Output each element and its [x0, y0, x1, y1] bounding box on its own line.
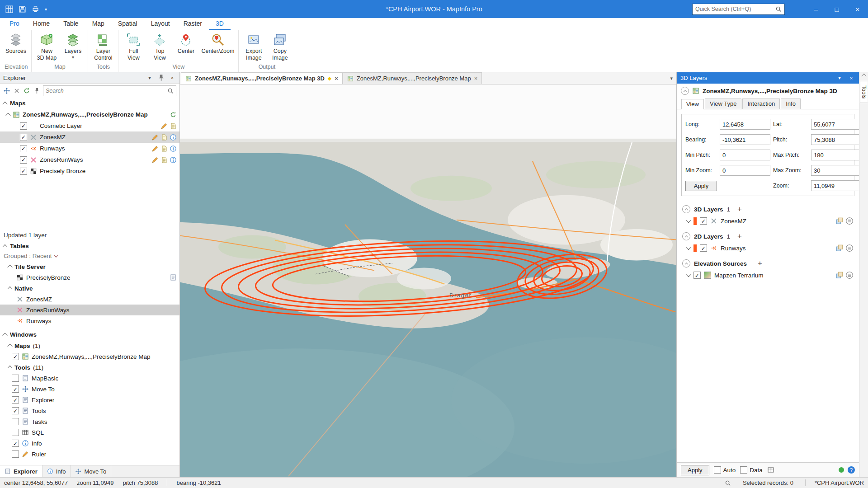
tab-view[interactable]: View: [681, 99, 704, 109]
ribbon-tab-spatial[interactable]: Spatial: [111, 18, 144, 30]
tool-row-tasks[interactable]: Tasks: [0, 416, 179, 427]
close-tab-icon[interactable]: ×: [335, 75, 338, 82]
tool-checkbox[interactable]: [12, 407, 19, 414]
close-tab-icon[interactable]: ×: [474, 75, 478, 82]
document-tab-2d[interactable]: ZonesMZ,Runways,...,PreciselyBronze Map …: [343, 72, 482, 84]
tool-checkbox[interactable]: [12, 396, 19, 404]
layer-style-icon[interactable]: [160, 145, 168, 152]
edit-layer-icon[interactable]: [151, 156, 159, 164]
layer-row-runways[interactable]: Runways: [0, 143, 179, 154]
table-row-runways[interactable]: Runways: [0, 315, 179, 326]
tool-row-tools[interactable]: Tools: [0, 405, 179, 416]
pin-tool-icon[interactable]: [33, 87, 40, 94]
min-pitch-field[interactable]: [720, 150, 770, 160]
panel-close-icon[interactable]: ×: [847, 74, 855, 82]
tools-side-tab[interactable]: Tools: [860, 81, 868, 103]
elevation-sources-section-header[interactable]: Elevation Sources +: [677, 255, 859, 268]
ribbon-tab-map[interactable]: Map: [85, 18, 111, 30]
print-icon[interactable]: [32, 5, 39, 13]
layer-style-icon[interactable]: [170, 122, 177, 130]
bottom-tab-info[interactable]: Info: [42, 465, 71, 477]
close-table-icon[interactable]: [13, 87, 20, 94]
windows-group-tools[interactable]: Tools (11): [0, 362, 179, 373]
layer-info-icon[interactable]: [170, 134, 177, 141]
tool-checkbox[interactable]: [12, 418, 19, 425]
tool-row-sql[interactable]: SQL: [0, 427, 179, 438]
tab-view-type[interactable]: View Type: [705, 99, 742, 109]
tab-interaction[interactable]: Interaction: [742, 99, 780, 109]
panel-menu-icon[interactable]: ▾: [835, 74, 844, 82]
data-table-icon[interactable]: [767, 466, 774, 474]
bottom-tab-explorer[interactable]: Explorer: [0, 465, 42, 477]
edit-layer-icon[interactable]: [151, 134, 159, 141]
windows-group-maps[interactable]: Maps (1): [0, 340, 179, 351]
pin-icon[interactable]: [157, 74, 165, 82]
apply-view-button[interactable]: Apply: [685, 181, 717, 191]
status-center[interactable]: center 12,6458, 55,6077: [4, 479, 68, 486]
auto-checkbox-label[interactable]: Auto: [714, 466, 736, 474]
layer-visibility-checkbox[interactable]: [20, 156, 27, 164]
save-icon[interactable]: [19, 5, 26, 13]
maximize-button[interactable]: □: [826, 0, 847, 18]
full-view-button[interactable]: FullView: [120, 32, 146, 62]
refresh-map-icon[interactable]: [170, 111, 177, 118]
search-icon[interactable]: [775, 6, 782, 12]
document-tab-3d[interactable]: ZonesMZ,Runways,...,PreciselyBronze Map …: [181, 72, 343, 84]
expand-icon[interactable]: [686, 272, 691, 277]
layer-visibility-checkbox[interactable]: [20, 134, 27, 141]
add-source-icon[interactable]: +: [758, 260, 762, 267]
layer-color-swatch[interactable]: [693, 244, 697, 252]
server-icon[interactable]: [170, 274, 177, 281]
zoom-field[interactable]: [811, 180, 862, 191]
explorer-search-input[interactable]: [46, 88, 165, 94]
table-group-tile-server[interactable]: Tile Server: [0, 261, 179, 272]
status-search-icon[interactable]: [725, 480, 731, 486]
edit-layer-icon[interactable]: [151, 145, 159, 152]
layer-row-cosmetic[interactable]: Cosmetic Layer: [0, 120, 179, 131]
quick-search[interactable]: [692, 4, 785, 15]
layer-menu-icon[interactable]: [845, 271, 854, 279]
ribbon-tab-raster[interactable]: Raster: [177, 18, 209, 30]
minimize-button[interactable]: –: [806, 0, 826, 18]
center-zoom-button[interactable]: Center/Zoom: [199, 32, 236, 56]
layer-visibility-checkbox[interactable]: [700, 244, 707, 252]
3d-layer-row-zonesmz[interactable]: ZonesMZ: [677, 214, 859, 228]
expand-icon[interactable]: [686, 245, 691, 250]
data-checkbox[interactable]: [740, 466, 747, 474]
layer-menu-icon[interactable]: [845, 244, 854, 252]
app-icon[interactable]: [5, 5, 13, 13]
close-button[interactable]: ×: [847, 0, 868, 18]
qat-dropdown-icon[interactable]: ▾: [45, 7, 47, 12]
maps-section-header[interactable]: Maps: [0, 98, 179, 109]
2d-layers-section-header[interactable]: 2D Layers 1 +: [677, 228, 859, 241]
layer-control-button[interactable]: LayerControl: [90, 32, 116, 62]
tool-row-info[interactable]: Info: [0, 438, 179, 449]
tool-checkbox[interactable]: [12, 375, 19, 382]
max-zoom-field[interactable]: [811, 165, 862, 176]
quick-search-input[interactable]: [695, 6, 774, 12]
move-icon[interactable]: [3, 87, 10, 94]
layer-visibility-checkbox[interactable]: [700, 217, 707, 225]
window-visibility-checkbox[interactable]: [12, 353, 19, 360]
panel-close-icon[interactable]: ×: [168, 74, 176, 82]
new-3d-map-button[interactable]: New3D Map: [33, 32, 60, 62]
max-pitch-field[interactable]: [811, 150, 862, 160]
tool-row-explorer[interactable]: Explorer: [0, 394, 179, 405]
status-zoom[interactable]: zoom 11,0949: [77, 479, 113, 486]
table-row-zonesmz[interactable]: ZonesMZ: [0, 294, 179, 305]
tab-list-dropdown-icon[interactable]: ▾: [670, 75, 673, 81]
data-checkbox-label[interactable]: Data: [740, 466, 763, 474]
layer-visibility-checkbox[interactable]: [20, 145, 27, 152]
table-group-native[interactable]: Native: [0, 283, 179, 294]
top-view-button[interactable]: TopView: [146, 32, 173, 62]
ribbon-tab-layout[interactable]: Layout: [144, 18, 177, 30]
long-field[interactable]: [720, 119, 770, 130]
copy-image-button[interactable]: CopyImage: [267, 32, 293, 62]
layer-visibility-checkbox[interactable]: [20, 168, 27, 175]
3d-map-title-row[interactable]: ZonesMZ,Runways,...,PreciselyBronze Map …: [677, 84, 859, 96]
center-button[interactable]: Center: [173, 32, 199, 56]
layer-style-icon[interactable]: [835, 271, 844, 279]
ribbon-tab-home[interactable]: Home: [26, 18, 57, 30]
bottom-tab-move-to[interactable]: Move To: [71, 465, 111, 477]
pitch-field[interactable]: [811, 134, 862, 145]
